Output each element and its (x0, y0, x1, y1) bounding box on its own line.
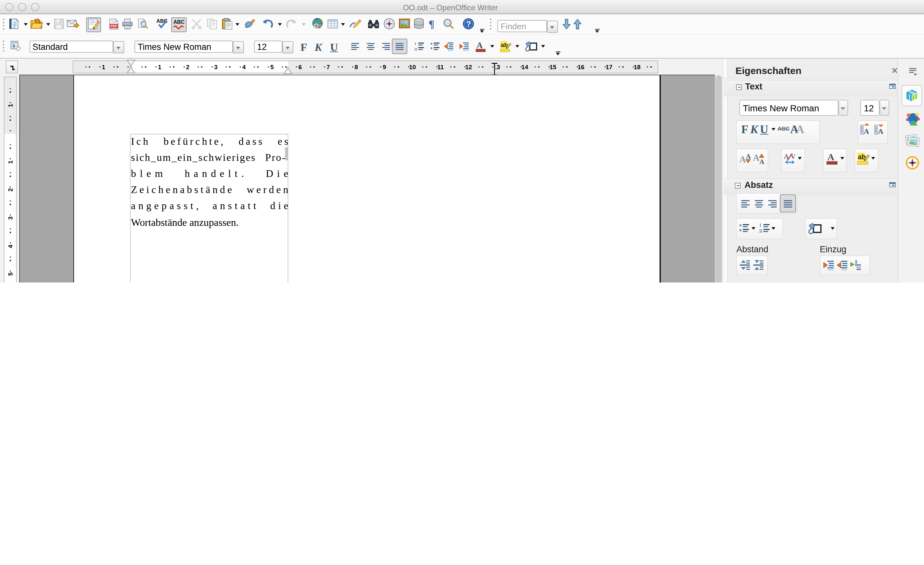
svg-text:ABC: ABC (173, 19, 184, 25)
svg-text:¶: ¶ (429, 18, 434, 30)
svg-text:?: ? (466, 19, 471, 28)
svg-text:PDF: PDF (110, 24, 117, 28)
